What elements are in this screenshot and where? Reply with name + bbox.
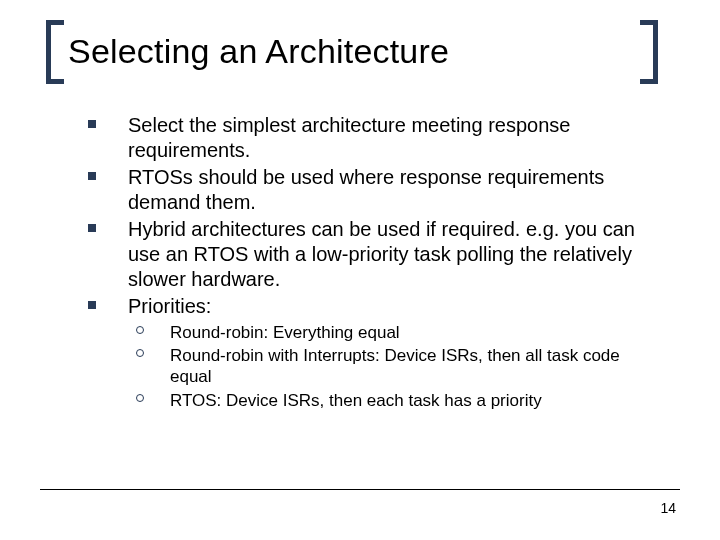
circle-bullet-icon xyxy=(136,394,144,402)
circle-bullet-icon xyxy=(136,349,144,357)
bullet-text: RTOSs should be used where response requ… xyxy=(128,166,604,213)
slide: Selecting an Architecture Select the sim… xyxy=(0,0,720,540)
slide-title: Selecting an Architecture xyxy=(46,26,658,77)
sub-bullet-text: Round-robin: Everything equal xyxy=(170,323,400,342)
bullet-item: Priorities: xyxy=(88,294,658,319)
sub-bullet-item: Round-robin: Everything equal xyxy=(128,322,658,343)
bullet-text: Priorities: xyxy=(128,295,211,317)
sub-bullet-text: RTOS: Device ISRs, then each task has a … xyxy=(170,391,542,410)
sub-bullet-text: Round-robin with Interrupts: Device ISRs… xyxy=(170,346,620,386)
page-number: 14 xyxy=(660,500,676,516)
circle-bullet-icon xyxy=(136,326,144,334)
title-group: Selecting an Architecture xyxy=(46,26,658,77)
bracket-left-icon xyxy=(46,20,64,84)
square-bullet-icon xyxy=(88,301,96,309)
sub-bullet-item: RTOS: Device ISRs, then each task has a … xyxy=(128,390,658,411)
slide-body: Select the simplest architecture meeting… xyxy=(88,113,658,413)
bullet-item: Select the simplest architecture meeting… xyxy=(88,113,658,162)
footer-divider xyxy=(40,489,680,490)
bullet-item: RTOSs should be used where response requ… xyxy=(88,165,658,214)
sub-bullet-item: Round-robin with Interrupts: Device ISRs… xyxy=(128,345,658,388)
square-bullet-icon xyxy=(88,224,96,232)
square-bullet-icon xyxy=(88,172,96,180)
bullet-item: Hybrid architectures can be used if requ… xyxy=(88,217,658,291)
bullet-text: Hybrid architectures can be used if requ… xyxy=(128,218,635,289)
square-bullet-icon xyxy=(88,120,96,128)
bullet-text: Select the simplest architecture meeting… xyxy=(128,114,570,161)
sub-bullet-group: Round-robin: Everything equal Round-robi… xyxy=(88,322,658,411)
bracket-right-icon xyxy=(640,20,658,84)
